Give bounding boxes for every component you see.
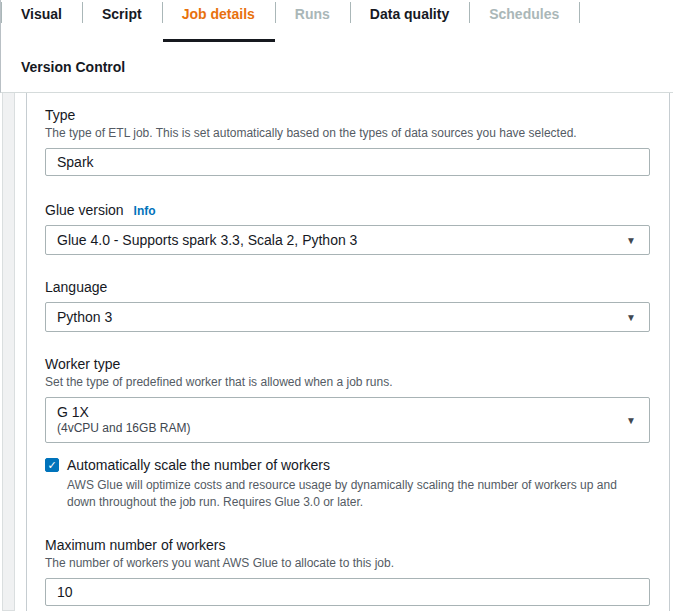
chevron-down-icon: ▼ xyxy=(626,235,636,246)
tab-job-details[interactable]: Job details xyxy=(162,0,275,42)
worker-type-selected-option: G 1X (4vCPU and 16GB RAM) xyxy=(57,404,190,436)
max-workers-field-group: Maximum number of workers The number of … xyxy=(45,537,650,606)
job-details-body: Type The type of ETL job. This is set au… xyxy=(0,93,673,611)
glue-job-details-page: { "tabs": [ { "label": "Visual", "state"… xyxy=(0,0,673,611)
worker-type-selected-detail: (4vCPU and 16GB RAM) xyxy=(57,421,190,436)
worker-type-selected-value: G 1X xyxy=(57,404,190,421)
job-details-form-panel: Type The type of ETL job. This is set au… xyxy=(26,93,670,611)
tab-runs[interactable]: Runs xyxy=(275,0,350,42)
worker-type-select[interactable]: G 1X (4vCPU and 16GB RAM) ▼ xyxy=(45,397,650,443)
tab-strip-section: Visual Script Job details Runs Data qual… xyxy=(0,0,673,93)
glue-version-select[interactable]: Glue 4.0 - Supports spark 3.3, Scala 2, … xyxy=(45,225,650,255)
type-description: The type of ETL job. This is set automat… xyxy=(45,125,650,141)
worker-type-field-group: Worker type Set the type of predefined w… xyxy=(45,356,650,443)
max-workers-label: Maximum number of workers xyxy=(45,537,650,554)
chevron-down-icon: ▼ xyxy=(626,312,636,323)
tab-visual[interactable]: Visual xyxy=(1,0,82,42)
type-input[interactable] xyxy=(45,148,650,176)
language-field-group: Language Python 3 ▼ xyxy=(45,279,650,332)
type-field-group: Type The type of ETL job. This is set au… xyxy=(45,107,650,176)
check-icon: ✓ xyxy=(47,459,56,471)
vertical-scrollbar[interactable] xyxy=(2,93,15,611)
active-tab-underline xyxy=(163,39,275,42)
max-workers-description: The number of workers you want AWS Glue … xyxy=(45,555,650,571)
worker-type-description: Set the type of predefined worker that i… xyxy=(45,374,650,390)
max-workers-input[interactable] xyxy=(45,578,650,606)
type-label: Type xyxy=(45,107,650,124)
glue-version-info-link[interactable]: Info xyxy=(134,204,156,218)
autoscale-field-group: ✓ Automatically scale the number of work… xyxy=(45,457,650,510)
tab-script[interactable]: Script xyxy=(82,0,162,42)
autoscale-checkbox[interactable]: ✓ xyxy=(45,458,59,472)
language-selected-value: Python 3 xyxy=(57,309,112,326)
version-control-heading: Version Control xyxy=(21,59,673,75)
tab-bar: Visual Script Job details Runs Data qual… xyxy=(1,0,673,42)
tab-schedules[interactable]: Schedules xyxy=(469,0,579,42)
tab-data-quality[interactable]: Data quality xyxy=(350,0,469,42)
language-select[interactable]: Python 3 ▼ xyxy=(45,302,650,332)
tab-job-details-label: Job details xyxy=(182,6,255,22)
chevron-down-icon: ▼ xyxy=(626,415,636,426)
autoscale-description: AWS Glue will optimize costs and resourc… xyxy=(67,477,647,510)
autoscale-label: Automatically scale the number of worker… xyxy=(67,457,330,474)
language-label: Language xyxy=(45,279,650,296)
glue-version-label: Glue version xyxy=(45,202,124,219)
worker-type-label: Worker type xyxy=(45,356,650,373)
glue-version-field-group: Glue version Info Glue 4.0 - Supports sp… xyxy=(45,202,650,255)
glue-version-selected-value: Glue 4.0 - Supports spark 3.3, Scala 2, … xyxy=(57,232,357,249)
